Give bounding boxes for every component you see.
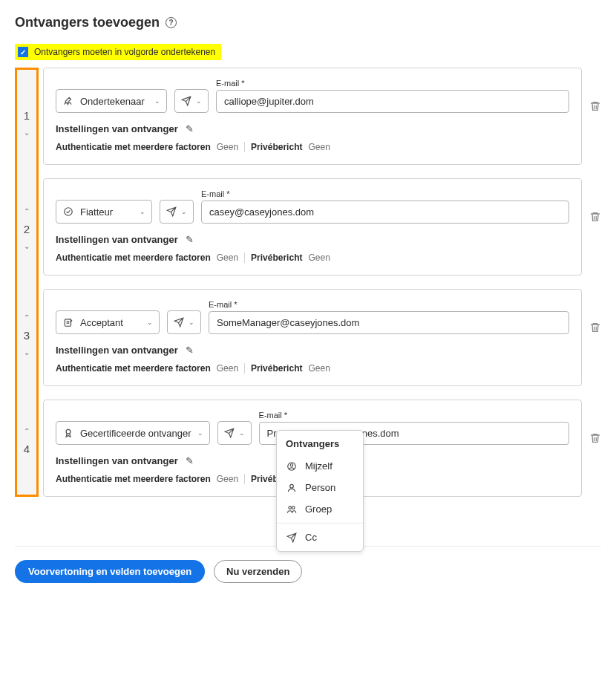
svg-point-6: [289, 506, 292, 509]
chevron-up-icon[interactable]: ⌃: [24, 428, 30, 435]
popover-item-label: Person: [305, 482, 335, 493]
recipient-settings-title: Instellingen van ontvanger: [56, 345, 178, 356]
popover-item-cc[interactable]: Cc: [277, 527, 363, 548]
chevron-down-icon: ⌄: [239, 429, 245, 437]
role-select[interactable]: Gecertificeerde ontvanger ⌄: [56, 421, 210, 445]
role-label: Fiatteur: [80, 206, 113, 218]
trash-icon[interactable]: [589, 100, 601, 112]
divider: [244, 363, 245, 374]
recipient-row: Acceptant ⌄ ⌄ E-mail *: [43, 289, 601, 386]
role-label: Ondertekenaar: [80, 96, 145, 107]
email-label: E-mail *: [209, 300, 569, 309]
mfa-value: Geen: [217, 363, 238, 374]
divider: [244, 474, 245, 484]
popover-item-group[interactable]: Groep: [277, 498, 363, 520]
sign-in-order-label: Ontvangers moeten in volgorde onderteken…: [34, 47, 215, 57]
recipient-row: Fiatteur ⌄ ⌄ E-mail *: [43, 178, 601, 276]
delivery-options[interactable]: ⌄: [160, 200, 194, 224]
chevron-up-icon[interactable]: ⌃: [24, 208, 30, 215]
order-number: 4: [24, 443, 30, 455]
trash-icon[interactable]: [589, 211, 601, 223]
paper-plane-icon: [224, 428, 235, 438]
role-select[interactable]: Ondertekenaar ⌄: [56, 89, 167, 113]
mfa-label: Authenticatie met meerdere factoren: [56, 252, 211, 263]
delivery-options[interactable]: ⌄: [174, 89, 209, 113]
sign-in-order-row[interactable]: ✓ Ontvangers moeten in volgorde ondertek…: [15, 44, 221, 60]
paper-plane-icon: [174, 317, 184, 328]
trash-icon[interactable]: [589, 432, 601, 444]
popover-item-label: Mijzelf: [305, 460, 332, 472]
pencil-icon[interactable]: ✎: [186, 455, 194, 466]
recipient-row: Ondertekenaar ⌄ ⌄ E-mail *: [43, 68, 601, 165]
order-number: 2: [24, 223, 30, 235]
chevron-down-icon[interactable]: ⌄: [24, 349, 30, 356]
mfa-label: Authenticatie met meerdere factoren: [56, 363, 211, 374]
chevron-up-icon[interactable]: ⌃: [24, 314, 30, 322]
chevron-down-icon: ⌄: [147, 319, 153, 326]
svg-point-5: [290, 484, 294, 488]
svg-point-2: [66, 429, 71, 434]
delivery-options[interactable]: ⌄: [217, 421, 252, 445]
role-select[interactable]: Acceptant ⌄: [56, 310, 160, 334]
order-cell: 1 ⌄: [17, 70, 36, 176]
svg-point-4: [290, 463, 293, 466]
email-input[interactable]: [216, 90, 569, 113]
recipient-settings-title: Instellingen van ontvanger: [56, 123, 178, 134]
pencil-icon[interactable]: ✎: [186, 345, 194, 356]
recipient-settings-line: Authenticatie met meerdere factoren Geen…: [56, 252, 569, 263]
checkbox-checked-icon[interactable]: ✓: [18, 47, 28, 57]
chevron-down-icon[interactable]: ⌄: [24, 243, 30, 250]
pencil-icon[interactable]: ✎: [186, 123, 194, 134]
user-self-icon: [286, 461, 298, 472]
chevron-down-icon: ⌄: [154, 97, 160, 105]
popover-item-myself[interactable]: Mijzelf: [277, 455, 363, 477]
popover-title: Ontvangers: [277, 437, 363, 455]
pencil-icon[interactable]: ✎: [186, 234, 194, 245]
popover-item-label: Groep: [305, 504, 332, 515]
chevron-down-icon: ⌄: [197, 429, 203, 437]
user-icon: [286, 483, 298, 493]
add-recipient-popover: Ontvangers Mijzelf Person Groep: [276, 430, 364, 552]
recipient-settings-title: Instellingen van ontvanger: [56, 455, 178, 466]
private-message-label: Privébericht: [251, 252, 302, 263]
acceptor-icon: [62, 316, 74, 328]
svg-point-7: [292, 506, 295, 509]
mfa-value: Geen: [217, 142, 238, 152]
role-select[interactable]: Fiatteur ⌄: [56, 200, 152, 224]
recipient-settings-title: Instellingen van ontvanger: [56, 234, 178, 245]
order-rail: 1 ⌄ ⌃ 2 ⌄ ⌃ 3 ⌄ ⌃ 4: [15, 68, 39, 497]
trash-icon[interactable]: [589, 322, 601, 333]
required-icon: *: [284, 411, 287, 420]
email-label: E-mail *: [259, 411, 569, 420]
delivery-options[interactable]: ⌄: [167, 310, 201, 334]
recipient-settings-line: Authenticatie met meerdere factoren Geen…: [56, 142, 569, 152]
email-label: E-mail *: [201, 189, 569, 198]
chevron-down-icon: ⌄: [196, 97, 202, 105]
private-message-label: Privébericht: [251, 142, 302, 152]
order-number: 3: [24, 329, 30, 342]
send-now-button[interactable]: Nu verzenden: [214, 560, 302, 583]
mfa-label: Authenticatie met meerdere factoren: [56, 474, 211, 484]
required-icon: *: [226, 189, 229, 198]
order-cell: ⌃ 4: [17, 388, 36, 495]
paper-plane-icon: [166, 206, 177, 217]
divider: [244, 252, 245, 263]
chevron-down-icon: ⌄: [181, 208, 187, 215]
chevron-down-icon[interactable]: ⌄: [24, 129, 30, 137]
preview-add-fields-button[interactable]: Voorvertoning en velden toevoegen: [15, 560, 205, 583]
certified-recipient-icon: [62, 427, 74, 439]
email-input[interactable]: [201, 201, 569, 224]
email-label: E-mail *: [216, 79, 569, 88]
required-icon: *: [234, 300, 237, 309]
page-title: Ontvangers toevoegen: [15, 15, 160, 30]
private-message-value: Geen: [308, 142, 330, 152]
private-message-label: Privébericht: [251, 363, 302, 374]
svg-rect-1: [65, 319, 71, 326]
order-number: 1: [24, 109, 30, 122]
mfa-label: Authenticatie met meerdere factoren: [56, 142, 211, 152]
help-icon[interactable]: ?: [166, 17, 177, 28]
chevron-down-icon: ⌄: [189, 319, 194, 326]
email-input[interactable]: [209, 311, 569, 334]
popover-item-person[interactable]: Person: [277, 477, 363, 498]
required-icon: *: [241, 79, 244, 88]
